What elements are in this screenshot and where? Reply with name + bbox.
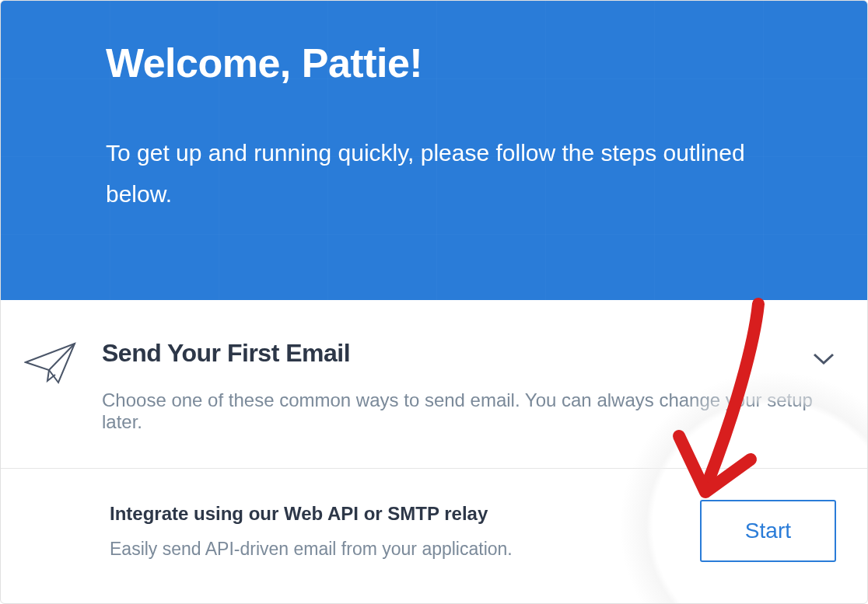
hero-title: Welcome, Pattie! bbox=[106, 40, 762, 86]
chevron-down-icon[interactable] bbox=[813, 353, 835, 368]
welcome-hero: Welcome, Pattie! To get up and running q… bbox=[1, 1, 867, 300]
integrate-option-row: Integrate using our Web API or SMTP rela… bbox=[1, 469, 867, 585]
integrate-description: Easily send API-driven email from your a… bbox=[110, 539, 700, 560]
start-button[interactable]: Start bbox=[700, 500, 836, 562]
integrate-title: Integrate using our Web API or SMTP rela… bbox=[110, 503, 700, 525]
hero-subtitle: To get up and running quickly, please fo… bbox=[106, 133, 762, 215]
send-first-email-section[interactable]: Send Your First Email Choose one of thes… bbox=[1, 300, 867, 469]
section-description: Choose one of these common ways to send … bbox=[102, 389, 844, 433]
paper-plane-icon bbox=[24, 339, 102, 387]
section-title: Send Your First Email bbox=[102, 339, 844, 368]
